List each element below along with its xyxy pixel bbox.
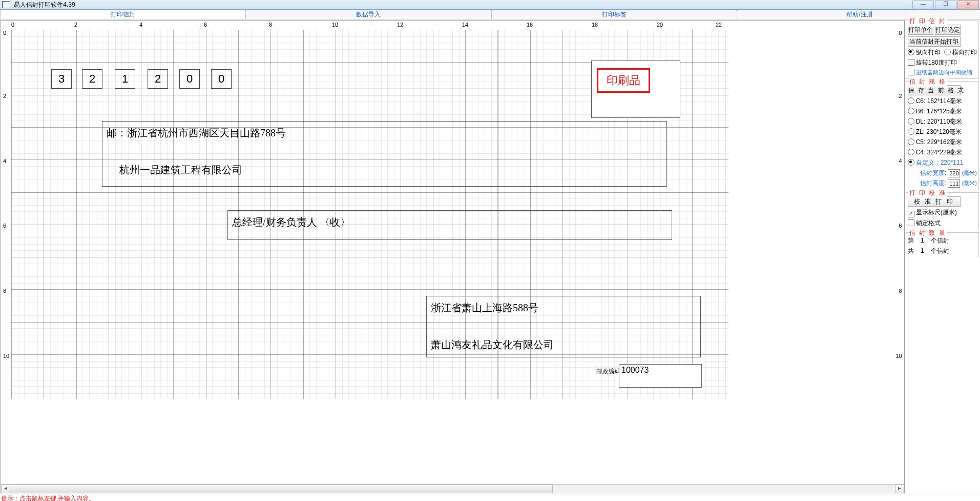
size-dl-radio[interactable] [908, 118, 914, 125]
design-canvas[interactable]: 0 2 4 6 8 10 12 14 16 18 20 22 0 2 4 6 8… [1, 21, 904, 485]
size-b6-radio[interactable] [908, 108, 914, 114]
status-bar: 提示：点击鼠标左键,并输入内容。 [0, 494, 980, 501]
attention-field[interactable]: 总经理/财务负责人 〈收〉 [227, 210, 672, 240]
print-from-current-button[interactable]: 当前信封开始打印 [908, 36, 961, 47]
print-selected-button[interactable]: 打印选定 [935, 25, 961, 35]
size-c6-radio[interactable] [908, 97, 914, 104]
scroll-left-button[interactable]: ◄ [1, 485, 10, 493]
title-bar: 易人信封打印软件4.39 — ❐ ✕ [0, 0, 980, 10]
total-envelope-number: 1 [921, 247, 924, 254]
postcode-digit-3[interactable]: 1 [115, 69, 135, 89]
calibrate-print-button[interactable]: 校 准 打 印 [908, 196, 961, 207]
design-canvas-wrap: 0 2 4 6 8 10 12 14 16 18 20 22 0 2 4 6 8… [1, 20, 905, 493]
recipient-address-field[interactable]: 邮：浙江省杭州市西湖区天目山路788号 杭州一品建筑工程有限公司 [102, 121, 667, 187]
sender-address-field[interactable]: 浙江省萧山上海路588号 萧山鸿友礼品文化有限公司 [426, 296, 701, 357]
tab-print-envelope[interactable]: 打印信封 [0, 10, 246, 19]
custom-height-input[interactable]: 111 [948, 179, 960, 188]
app-title: 易人信封打印软件4.39 [14, 1, 75, 8]
sender-postcode-label: 邮政编码 [596, 367, 621, 376]
group-envelope-count: 信 封 数 量 第 1 个信封 共 1 个信封 [906, 232, 979, 257]
ruler-horizontal: 0 2 4 6 8 10 12 14 16 18 20 22 [11, 21, 728, 30]
side-panel: 打 印 信 封 打印单个 打印选定 当前信封开始打印 纵向打印 横向打印 旋转1… [906, 19, 980, 494]
size-zl-radio[interactable] [908, 128, 914, 135]
show-ruler-checkbox[interactable] [908, 211, 914, 217]
minimize-button[interactable]: — [912, 0, 934, 9]
group-envelope-spec: 信 封 规 格 保 存 当 前 格 式 C6: 162*114毫米 B6: 17… [906, 81, 979, 190]
postcode-digit-5[interactable]: 0 [179, 69, 200, 89]
ruler-vertical-left: 0 2 4 6 8 10 [1, 30, 11, 399]
tab-print-label[interactable]: 打印标签 [491, 10, 737, 19]
size-c5-radio[interactable] [908, 138, 914, 145]
current-envelope-number: 1 [921, 237, 924, 244]
maximize-button[interactable]: ❐ [935, 0, 956, 9]
scroll-right-button[interactable]: ► [895, 485, 904, 493]
group-print-calibration: 打 印 校 准 校 准 打 印 显示标尺(厘米) 锁定格式 [906, 192, 979, 230]
tab-bar: 打印信封 数据导入 打印标签 帮助/注册 [0, 10, 980, 19]
scroll-thumb[interactable] [10, 485, 553, 493]
close-button[interactable]: ✕ [957, 0, 979, 9]
postcode-digit-6[interactable]: 0 [211, 69, 232, 89]
feeder-shrink-checkbox[interactable] [908, 69, 914, 75]
stamp-box[interactable]: 印刷品 [591, 61, 680, 118]
lock-format-checkbox[interactable] [908, 219, 914, 226]
stamp-text: 印刷品 [597, 68, 650, 93]
app-icon [2, 1, 10, 8]
sender-postcode-field[interactable]: 100073 [619, 364, 702, 388]
size-c4-radio[interactable] [908, 149, 914, 155]
group-print-envelope: 打 印 信 封 打印单个 打印选定 当前信封开始打印 纵向打印 横向打印 旋转1… [906, 21, 979, 79]
tab-data-import[interactable]: 数据导入 [245, 10, 491, 19]
status-text: 提示：点击鼠标左键,并输入内容。 [1, 495, 95, 501]
horizontal-scrollbar[interactable]: ◄ ► [1, 484, 904, 493]
ruler-vertical-right: 0 2 4 6 8 10 [894, 30, 904, 399]
size-custom-radio[interactable] [908, 159, 914, 166]
portrait-radio[interactable] [908, 49, 914, 55]
postcode-digit-4[interactable]: 2 [148, 69, 168, 89]
save-format-button[interactable]: 保 存 当 前 格 式 [908, 85, 961, 95]
print-single-button[interactable]: 打印单个 [908, 25, 933, 35]
postcode-digit-1[interactable]: 3 [51, 69, 72, 89]
custom-width-input[interactable]: 220 [948, 169, 960, 177]
landscape-radio[interactable] [944, 49, 951, 55]
rotate180-checkbox[interactable] [908, 59, 914, 66]
postcode-digit-2[interactable]: 2 [82, 69, 102, 89]
